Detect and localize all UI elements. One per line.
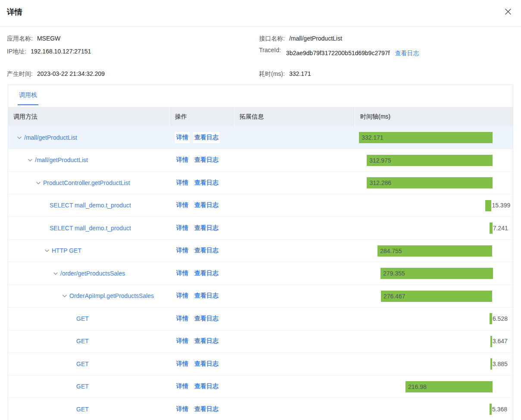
chevron-down-icon[interactable] bbox=[53, 271, 58, 276]
actions-cell: 详情 查看日志 bbox=[170, 307, 234, 330]
method-link[interactable]: SELECT mall_demo.t_product bbox=[50, 202, 131, 209]
detail-link[interactable]: 详情 bbox=[175, 290, 190, 301]
chevron-down-icon[interactable] bbox=[36, 180, 41, 185]
table-row[interactable]: ProductController.getProductList 详情 查看日志… bbox=[8, 172, 513, 194]
detail-link[interactable]: 详情 bbox=[175, 381, 190, 392]
info-value: MSEGW bbox=[37, 35, 60, 42]
timeline-bar: 284.755 bbox=[377, 245, 492, 257]
timeline-cell: 312.975 bbox=[355, 149, 513, 172]
detail-link[interactable]: 详情 bbox=[175, 200, 190, 211]
table-row[interactable]: GET 详情 查看日志 216.98 bbox=[8, 376, 513, 398]
extension-cell bbox=[234, 376, 355, 398]
tab-call-stack[interactable]: 调用栈 bbox=[18, 85, 38, 105]
method-link[interactable]: GET bbox=[76, 360, 89, 367]
view-log-link[interactable]: 查看日志 bbox=[193, 132, 220, 143]
table-row[interactable]: /mall/getProductList 详情 查看日志 312.975 bbox=[8, 149, 513, 172]
duration-label: 7.241 bbox=[493, 225, 508, 232]
trace-view-log-link[interactable]: 查看日志 bbox=[395, 50, 419, 56]
table-row[interactable]: /order/getProductsSales 详情 查看日志 279.355 bbox=[8, 262, 513, 285]
detail-link[interactable]: 详情 bbox=[175, 268, 190, 279]
chevron-down-icon[interactable] bbox=[44, 248, 50, 253]
method-link[interactable]: /order/getProductsSales bbox=[60, 270, 125, 277]
detail-link[interactable]: 详情 bbox=[175, 132, 190, 143]
tree-indent bbox=[8, 251, 44, 251]
timeline-bar: 312.286 bbox=[367, 177, 492, 188]
view-log-link[interactable]: 查看日志 bbox=[193, 223, 220, 234]
method-link[interactable]: GET bbox=[76, 315, 89, 322]
method-link[interactable]: SELECT mall_demo.t_product bbox=[50, 225, 131, 232]
table-row[interactable]: GET 详情 查看日志 3.647 bbox=[8, 330, 513, 353]
tree-indent bbox=[8, 386, 71, 387]
duration-label: 284.755 bbox=[377, 245, 402, 257]
method-cell: /mall/getProductList bbox=[8, 126, 170, 149]
method-link[interactable]: GET bbox=[76, 406, 89, 413]
duration-label: 6.528 bbox=[493, 315, 508, 322]
method-link[interactable]: ProductController.getProductList bbox=[43, 179, 130, 186]
actions-cell: 详情 查看日志 bbox=[170, 398, 234, 420]
info-value: 2023-03-22 21:34:32.209 bbox=[37, 70, 105, 77]
extension-cell bbox=[234, 217, 355, 239]
detail-link[interactable]: 详情 bbox=[175, 335, 190, 347]
method-link[interactable]: HTTP GET bbox=[52, 247, 81, 254]
method-link[interactable]: GET bbox=[76, 338, 89, 345]
page-title: 详情 bbox=[7, 7, 22, 17]
method-link[interactable]: GET bbox=[76, 383, 89, 390]
table-row[interactable]: /mall/getProductList 详情 查看日志 332.171 bbox=[8, 126, 513, 149]
info-label: 接口名称: bbox=[259, 35, 285, 42]
table-row[interactable]: SELECT mall_demo.t_product 详情 查看日志 15.39… bbox=[8, 194, 513, 217]
chevron-down-icon[interactable] bbox=[28, 157, 33, 163]
view-log-link[interactable]: 查看日志 bbox=[193, 404, 220, 415]
timeline-bar bbox=[490, 404, 492, 415]
duration-label: 312.975 bbox=[367, 155, 391, 166]
method-link[interactable]: /mall/getProductList bbox=[24, 134, 77, 141]
detail-link[interactable]: 详情 bbox=[175, 223, 190, 234]
table-row[interactable]: HTTP GET 详情 查看日志 284.755 bbox=[8, 240, 513, 263]
view-log-link[interactable]: 查看日志 bbox=[193, 200, 220, 211]
method-cell: GET bbox=[8, 307, 170, 330]
col-header-timeline: 时间轴(ms) bbox=[355, 107, 513, 126]
table-row[interactable]: GET 详情 查看日志 3.885 bbox=[8, 353, 513, 376]
chevron-down-icon[interactable] bbox=[17, 135, 22, 140]
view-log-link[interactable]: 查看日志 bbox=[193, 335, 220, 347]
detail-link[interactable]: 详情 bbox=[175, 154, 190, 166]
method-link[interactable]: OrderApiImpl.getProductsSales bbox=[69, 292, 154, 299]
method-cell: GET bbox=[8, 353, 170, 375]
table-row[interactable]: OrderApiImpl.getProductsSales 详情 查看日志 27… bbox=[8, 285, 513, 308]
table-body: /mall/getProductList 详情 查看日志 332.171 /ma… bbox=[8, 126, 513, 420]
table-row[interactable]: GET 详情 查看日志 6.528 bbox=[8, 307, 513, 330]
duration-label: 3.647 bbox=[493, 338, 508, 345]
view-log-link[interactable]: 查看日志 bbox=[193, 313, 220, 324]
detail-link[interactable]: 详情 bbox=[175, 177, 190, 188]
view-log-link[interactable]: 查看日志 bbox=[193, 381, 220, 392]
call-stack-panel: 调用栈 调用方法 操作 拓展信息 时间轴(ms) /mall/getProduc… bbox=[8, 85, 513, 420]
view-log-link[interactable]: 查看日志 bbox=[193, 245, 220, 256]
detail-link[interactable]: 详情 bbox=[175, 404, 190, 415]
table-row[interactable]: GET 详情 查看日志 5.368 bbox=[8, 398, 513, 420]
timeline-cell: 284.755 bbox=[355, 240, 513, 262]
info-trace-id: TraceId:3b2ae9db79f3172200b51d69b9c2797f… bbox=[259, 47, 419, 54]
chevron-down-icon[interactable] bbox=[62, 293, 67, 298]
view-log-link[interactable]: 查看日志 bbox=[193, 177, 220, 188]
method-link[interactable]: /mall/getProductList bbox=[35, 157, 88, 163]
view-log-link[interactable]: 查看日志 bbox=[193, 154, 220, 166]
method-cell: SELECT mall_demo.t_product bbox=[8, 194, 170, 217]
duration-label: 15.399 bbox=[492, 202, 510, 209]
view-log-link[interactable]: 查看日志 bbox=[193, 358, 220, 370]
duration-label: 5.368 bbox=[492, 406, 507, 413]
info-interface-name: 接口名称:/mall/getProductList bbox=[259, 35, 342, 43]
duration-label: 276.467 bbox=[381, 291, 406, 302]
table-row[interactable]: SELECT mall_demo.t_product 详情 查看日志 7.241 bbox=[8, 217, 513, 240]
detail-link[interactable]: 详情 bbox=[175, 245, 190, 256]
timeline-bar: 332.171 bbox=[359, 132, 493, 143]
actions-cell: 详情 查看日志 bbox=[170, 376, 234, 398]
detail-link[interactable]: 详情 bbox=[175, 313, 190, 324]
close-icon[interactable] bbox=[503, 7, 513, 16]
method-cell: GET bbox=[8, 376, 170, 398]
detail-link[interactable]: 详情 bbox=[175, 358, 190, 370]
view-log-link[interactable]: 查看日志 bbox=[193, 290, 220, 301]
view-log-link[interactable]: 查看日志 bbox=[193, 268, 220, 279]
actions-cell: 详情 查看日志 bbox=[170, 285, 234, 307]
tree-indent bbox=[8, 160, 28, 160]
info-value: 3b2ae9db79f3172200b51d69b9c2797f bbox=[286, 50, 390, 56]
duration-label: 312.286 bbox=[367, 177, 391, 188]
